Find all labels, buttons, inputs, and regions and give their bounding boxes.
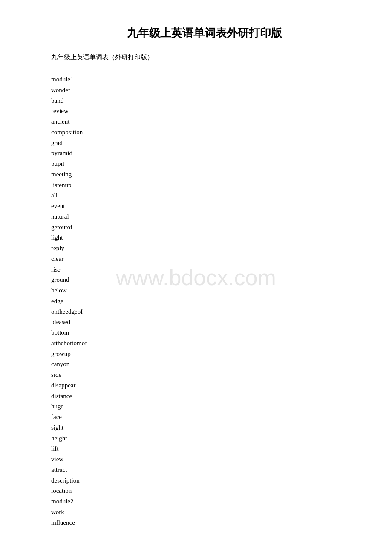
list-item: influence: [51, 517, 358, 528]
list-item: pupil: [51, 159, 358, 169]
list-item: growup: [51, 349, 358, 359]
list-item: atthebottomof: [51, 338, 358, 349]
list-item: natural: [51, 211, 358, 222]
list-item: work: [51, 507, 358, 517]
list-item: bottom: [51, 327, 358, 338]
list-item: pyramid: [51, 148, 358, 159]
list-item: wonder: [51, 85, 358, 95]
list-item: light: [51, 232, 358, 243]
list-item: distance: [51, 391, 358, 402]
list-item: rise: [51, 264, 358, 275]
list-item: location: [51, 486, 358, 496]
list-item: side: [51, 370, 358, 380]
list-item: module2: [51, 496, 358, 507]
list-item: band: [51, 95, 358, 106]
list-item: description: [51, 475, 358, 486]
list-item: ground: [51, 275, 358, 285]
list-item: review: [51, 106, 358, 116]
list-item: reply: [51, 243, 358, 254]
list-item: event: [51, 201, 358, 211]
list-item: grad: [51, 138, 358, 148]
list-item: all: [51, 190, 358, 201]
list-item: huge: [51, 401, 358, 412]
list-item: clear: [51, 254, 358, 264]
list-item: lift: [51, 443, 358, 454]
list-item: view: [51, 454, 358, 465]
list-item: meeting: [51, 169, 358, 180]
list-item: ontheedgeof: [51, 306, 358, 317]
list-item: getoutof: [51, 222, 358, 233]
list-item: disappear: [51, 380, 358, 391]
list-item: pleased: [51, 317, 358, 327]
list-item: composition: [51, 127, 358, 138]
word-list: module1wonderbandreviewancientcompositio…: [51, 74, 358, 528]
page: 九年级上英语单词表外研打印版 九年级上英语单词表（外研打印版） module1w…: [0, 0, 392, 555]
list-item: face: [51, 412, 358, 422]
page-subtitle: 九年级上英语单词表（外研打印版）: [51, 53, 358, 61]
list-item: listenup: [51, 180, 358, 191]
list-item: below: [51, 285, 358, 296]
list-item: ancient: [51, 116, 358, 127]
list-item: height: [51, 433, 358, 444]
page-title: 九年级上英语单词表外研打印版: [51, 26, 358, 40]
list-item: canyon: [51, 359, 358, 370]
list-item: sight: [51, 422, 358, 433]
list-item: attract: [51, 465, 358, 475]
list-item: module1: [51, 74, 358, 85]
list-item: edge: [51, 296, 358, 306]
